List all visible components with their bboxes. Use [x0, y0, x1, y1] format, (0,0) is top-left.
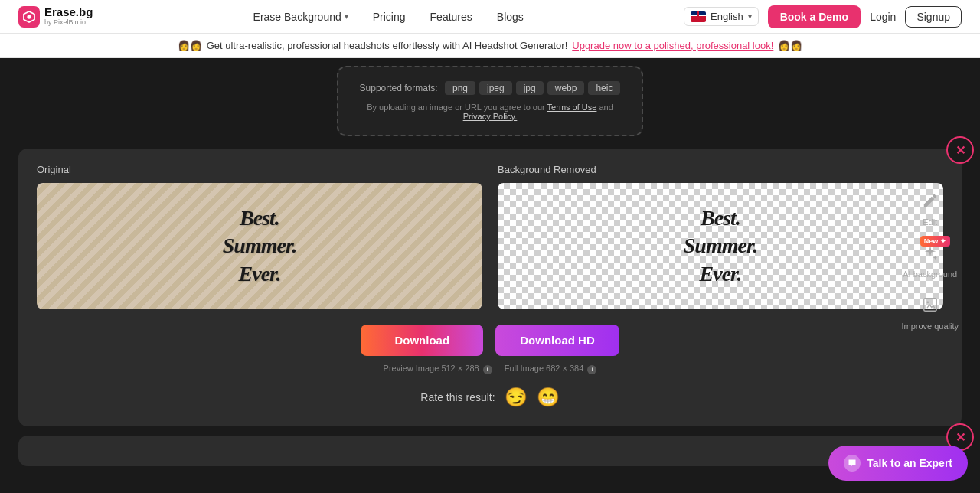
- ai-background-label: AI background: [903, 269, 957, 279]
- removed-label: Background Removed: [498, 164, 943, 175]
- rate-sad-button[interactable]: 😏: [505, 387, 528, 408]
- edit-label: Edit: [923, 217, 937, 227]
- svg-rect-2: [923, 299, 936, 312]
- ai-background-icon-wrap: New ✦: [916, 239, 944, 266]
- preview-info-icon[interactable]: i: [483, 365, 492, 374]
- new-badge: New ✦: [920, 236, 950, 246]
- original-image-text: Best.Summer.Ever.: [223, 204, 296, 288]
- logo-text: Erase.bg by PixelBin.io: [44, 6, 93, 26]
- nav-blogs[interactable]: Blogs: [497, 11, 524, 23]
- announcement-text: Get ultra-realistic, professional headsh…: [207, 40, 568, 51]
- tool-improve-quality[interactable]: Improve quality: [901, 291, 959, 331]
- format-heic: heic: [588, 81, 620, 95]
- format-jpeg: jpeg: [479, 81, 512, 95]
- rate-label: Rate this result:: [420, 391, 495, 403]
- removed-image: Best.Summer.Ever.: [498, 183, 943, 309]
- download-info: Preview Image 512 × 288 i Full Image 682…: [37, 364, 943, 374]
- chat-bubble-icon: [848, 459, 857, 468]
- logo-area: Erase.bg by PixelBin.io: [18, 6, 93, 28]
- logo-brand: Erase.bg: [44, 6, 93, 19]
- full-info: Full Image 682 × 384 i: [505, 364, 597, 374]
- result-card: ✕ Original Best.Summer.Ever. Background …: [18, 149, 962, 426]
- removed-image-text: Best.Summer.Ever.: [684, 204, 757, 288]
- original-image-inner: Best.Summer.Ever.: [37, 183, 482, 309]
- svg-point-3: [926, 301, 929, 303]
- upload-card: Supported formats: png jpeg jpg webp hei…: [337, 66, 643, 136]
- format-webp: webp: [547, 81, 585, 95]
- language-selector[interactable]: English ▾: [684, 7, 759, 26]
- chat-icon: [844, 455, 861, 472]
- navbar-actions: English ▾ Book a Demo Login Signup: [684, 5, 962, 28]
- announcement-emoji-right: 👩👩: [778, 40, 802, 51]
- rate-row: Rate this result: 😏 😁: [37, 387, 943, 408]
- terms-text: By uploading an image or URL you agree t…: [357, 103, 623, 121]
- svg-point-1: [27, 15, 31, 18]
- pencil-icon: [922, 192, 939, 209]
- logo-sub: by PixelBin.io: [44, 19, 93, 27]
- announcement-banner: 👩👩 Get ultra-realistic, professional hea…: [0, 34, 980, 58]
- nav-pricing[interactable]: Pricing: [373, 11, 406, 23]
- removed-panel: Background Removed Best.Summer.Ever.: [498, 164, 943, 309]
- tool-edit[interactable]: Edit: [916, 187, 944, 227]
- rate-happy-button[interactable]: 😁: [537, 387, 560, 408]
- edit-icon-wrap: [916, 187, 944, 214]
- close-result-button[interactable]: ✕: [946, 136, 974, 164]
- bottom-section: ✕: [18, 436, 962, 466]
- book-demo-button[interactable]: Book a Demo: [768, 5, 861, 28]
- privacy-link[interactable]: Privacy Policy.: [463, 112, 518, 121]
- tools-sidebar: Edit New ✦ AI background: [901, 187, 959, 331]
- download-row: Download Download HD: [37, 325, 943, 356]
- nav-erase-background[interactable]: Erase Background ▾: [253, 11, 348, 23]
- navbar: Erase.bg by PixelBin.io Erase Background…: [0, 0, 980, 34]
- nav-links: Erase Background ▾ Pricing Features Blog…: [253, 11, 524, 23]
- supported-formats-label: Supported formats: png jpeg jpg webp hei…: [357, 81, 623, 95]
- original-label: Original: [37, 164, 482, 175]
- full-info-icon[interactable]: i: [587, 365, 596, 374]
- language-label: English: [710, 11, 743, 22]
- removed-image-inner: Best.Summer.Ever.: [498, 183, 943, 309]
- download-button[interactable]: Download: [361, 325, 483, 356]
- preview-info: Preview Image 512 × 288 i: [384, 364, 492, 374]
- talk-expert-label: Talk to an Expert: [867, 457, 952, 469]
- format-tags: png jpeg jpg webp heic: [445, 81, 620, 95]
- announcement-emoji-left: 👩👩: [178, 40, 202, 51]
- download-hd-button[interactable]: Download HD: [495, 325, 619, 356]
- talk-to-expert-button[interactable]: Talk to an Expert: [828, 446, 968, 481]
- login-button[interactable]: Login: [870, 11, 896, 23]
- original-panel: Original Best.Summer.Ever.: [37, 164, 482, 309]
- sparkle-icon: [922, 244, 939, 261]
- signup-button[interactable]: Signup: [905, 6, 962, 28]
- tool-ai-background[interactable]: New ✦ AI background: [903, 239, 957, 279]
- lang-dropdown-arrow-icon: ▾: [748, 12, 752, 21]
- improve-quality-label: Improve quality: [901, 322, 959, 331]
- image-enhance-icon: [922, 296, 939, 313]
- upload-wrapper: Supported formats: png jpeg jpg webp hei…: [0, 58, 980, 136]
- dropdown-arrow-icon: ▾: [345, 12, 348, 21]
- nav-features[interactable]: Features: [430, 11, 472, 23]
- improve-quality-icon-wrap: [916, 291, 944, 318]
- announcement-cta[interactable]: Upgrade now to a polished, professional …: [572, 40, 773, 51]
- images-row: Original Best.Summer.Ever. Background Re…: [37, 164, 943, 309]
- original-image: Best.Summer.Ever.: [37, 183, 482, 309]
- main-content: Supported formats: png jpeg jpg webp hei…: [0, 58, 980, 466]
- uk-flag-icon: [691, 11, 706, 22]
- logo-icon: [18, 6, 40, 28]
- format-jpg: jpg: [516, 81, 544, 95]
- format-png: png: [445, 81, 475, 95]
- terms-link[interactable]: Terms of Use: [547, 103, 597, 112]
